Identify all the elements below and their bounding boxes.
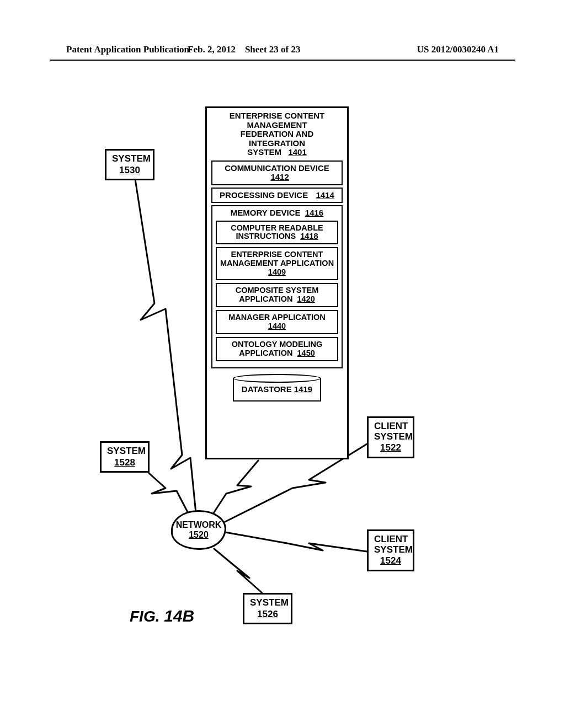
comp-ref: 1420 bbox=[297, 295, 315, 303]
c1524-ref: 1524 bbox=[374, 556, 407, 566]
memory-device-box: MEMORY DEVICE 1416 COMPUTER READABLE INS… bbox=[211, 205, 343, 368]
comm-ref: 1412 bbox=[270, 172, 289, 181]
ecm-title: ENTERPRISE CONTENT MANAGEMENT FEDERATION… bbox=[211, 111, 343, 157]
client-1522-box: CLIENT SYSTEM 1522 bbox=[367, 416, 414, 458]
cri-ref: 1418 bbox=[300, 232, 318, 240]
proc-label: PROCESSING DEVICE bbox=[220, 190, 308, 200]
sys1528-ref: 1528 bbox=[107, 458, 142, 468]
header-date: Feb. 2, 2012 bbox=[188, 44, 236, 55]
c1522-l1: CLIENT bbox=[374, 421, 407, 432]
comp-l2: APPLICATION bbox=[239, 295, 292, 303]
mem-label: MEMORY DEVICE bbox=[231, 208, 301, 217]
app-ref: 1409 bbox=[268, 267, 286, 276]
cri-box: COMPUTER READABLE INSTRUCTIONS 1418 bbox=[216, 221, 338, 245]
client-1524-box: CLIENT SYSTEM 1524 bbox=[367, 529, 414, 571]
system-1530-box: SYSTEM 1530 bbox=[105, 149, 154, 180]
sys1528-label: SYSTEM bbox=[107, 446, 146, 456]
ontology-app-box: ONTOLOGY MODELING APPLICATION 1450 bbox=[216, 337, 338, 361]
mgr-ref: 1440 bbox=[268, 322, 286, 330]
ds-ref: 1419 bbox=[294, 385, 312, 394]
fig-num: 14B bbox=[164, 607, 194, 625]
c1524-l2: SYSTEM bbox=[374, 545, 407, 555]
composite-app-box: COMPOSITE SYSTEM APPLICATION 1420 bbox=[216, 283, 338, 307]
mem-ref: 1416 bbox=[305, 208, 323, 217]
ecm-title-l1: ENTERPRISE CONTENT MANAGEMENT bbox=[211, 111, 343, 130]
comp-l1: COMPOSITE SYSTEM bbox=[218, 286, 335, 295]
app-l2: MANAGEMENT APPLICATION bbox=[218, 259, 335, 268]
manager-app-box: MANAGER APPLICATION 1440 bbox=[216, 310, 338, 334]
ecm-app-box: ENTERPRISE CONTENT MANAGEMENT APPLICATIO… bbox=[216, 247, 338, 280]
sys1526-ref: 1526 bbox=[250, 609, 285, 620]
c1524-l1: CLIENT bbox=[374, 534, 407, 545]
header-left: Patent Application Publication bbox=[66, 44, 189, 55]
c1522-l2: SYSTEM bbox=[374, 432, 407, 442]
header-middle: Feb. 2, 2012 Sheet 23 of 23 bbox=[188, 44, 300, 55]
sys1526-label: SYSTEM bbox=[250, 597, 289, 608]
network-ref: 1520 bbox=[189, 530, 209, 540]
datastore-cylinder: DATASTORE 1419 bbox=[233, 374, 321, 406]
c1522-ref: 1522 bbox=[374, 443, 407, 453]
proc-ref: 1414 bbox=[316, 190, 334, 200]
ds-label: DATASTORE bbox=[242, 385, 292, 394]
figure-label: FIG. 14B bbox=[130, 607, 194, 625]
communication-device-box: COMMUNICATION DEVICE 1412 bbox=[211, 160, 343, 185]
header-rule bbox=[50, 60, 515, 61]
network-cloud: NETWORK 1520 bbox=[171, 510, 226, 550]
cri-l1: COMPUTER READABLE bbox=[218, 224, 335, 233]
header-sheet: Sheet 23 of 23 bbox=[245, 44, 301, 55]
ont-ref: 1450 bbox=[297, 349, 315, 357]
processing-device-box: PROCESSING DEVICE 1414 bbox=[211, 188, 343, 204]
header-right: US 2012/0030240 A1 bbox=[417, 44, 499, 55]
ecm-ref: 1401 bbox=[288, 147, 306, 157]
network-label: NETWORK bbox=[176, 520, 222, 530]
cri-l2: INSTRUCTIONS bbox=[236, 232, 296, 240]
fig-prefix: FIG. bbox=[130, 608, 159, 625]
ont-l1: ONTOLOGY MODELING bbox=[218, 340, 335, 349]
mgr-l1: MANAGER APPLICATION bbox=[218, 313, 335, 322]
ecm-title-l2: FEDERATION AND INTEGRATION bbox=[211, 130, 343, 148]
ont-l2: APPLICATION bbox=[239, 349, 292, 357]
sys1530-label: SYSTEM bbox=[112, 153, 151, 164]
sys1530-ref: 1530 bbox=[112, 165, 147, 176]
system-1528-box: SYSTEM 1528 bbox=[100, 441, 150, 473]
comm-label: COMMUNICATION DEVICE bbox=[225, 163, 329, 173]
app-l1: ENTERPRISE CONTENT bbox=[218, 250, 335, 259]
system-1526-box: SYSTEM 1526 bbox=[243, 593, 292, 624]
ecm-title-l3: SYSTEM bbox=[247, 147, 281, 157]
ecm-system-box: ENTERPRISE CONTENT MANAGEMENT FEDERATION… bbox=[205, 106, 349, 459]
